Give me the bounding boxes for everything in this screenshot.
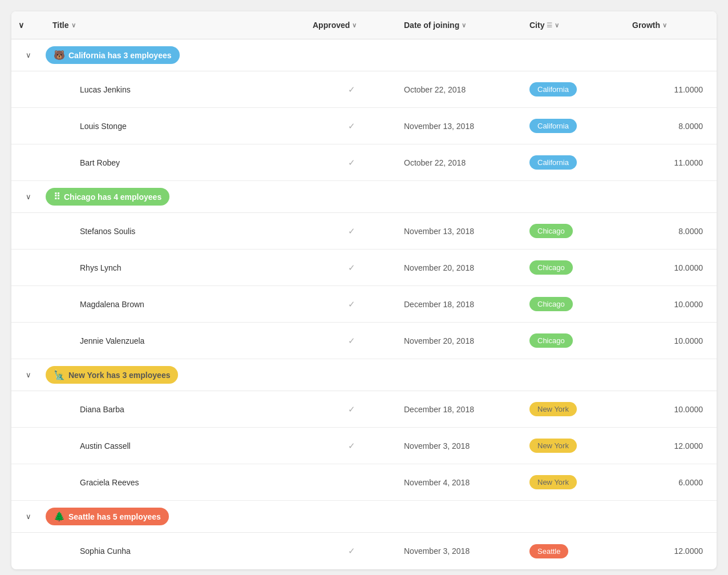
employee-approved: ✓ (306, 291, 397, 317)
group-row-california: ∨🐻California has 3 employees (11, 39, 717, 71)
employee-growth: 10.0000 (625, 292, 717, 317)
employee-approved: ✓ (306, 328, 397, 354)
date-sort-icon: ∨ (462, 22, 466, 29)
col-header-city[interactable]: City ☰ ∨ (523, 11, 625, 39)
employee-name: Graciela Reeves (46, 470, 306, 495)
group-row-newyork: ∨🗽New York has 3 employees (11, 359, 717, 391)
employee-name: Stefanos Soulis (46, 219, 306, 244)
city-sort-icon: ∨ (555, 22, 559, 29)
employee-name: Bart Robey (46, 150, 306, 175)
employee-city-badge: Chicago (529, 297, 573, 311)
employee-city-cell: New York (523, 431, 625, 461)
employee-name: Rhys Lynch (46, 255, 306, 280)
group-chevron-chicago[interactable]: ∨ (11, 192, 46, 201)
employees-table: ∨ Title ∨ Approved ∨ Date of joining ∨ C… (11, 11, 717, 569)
row-expand-cell (11, 223, 46, 239)
employee-city-cell: New York (523, 394, 625, 424)
employee-date: October 22, 2018 (397, 150, 523, 175)
col-header-title[interactable]: Title ∨ (46, 11, 306, 39)
employee-growth: 11.0000 (625, 150, 717, 175)
approved-sort-icon: ∨ (352, 22, 357, 29)
row-expand-cell (11, 401, 46, 417)
employee-name: Lucas Jenkins (46, 77, 306, 102)
col-header-date[interactable]: Date of joining ∨ (397, 11, 523, 39)
employee-row-2-0: Diana Barba✓December 18, 2018New York10.… (11, 391, 717, 428)
group-flag-chicago: ⠿ (54, 191, 60, 202)
employee-city-badge: Chicago (529, 333, 573, 348)
employee-city-badge: New York (529, 402, 577, 416)
employee-city-cell: Chicago (523, 289, 625, 319)
employee-name: Louis Stonge (46, 114, 306, 139)
employee-approved: ✓ (306, 77, 397, 103)
employee-name: Sophia Cunha (46, 538, 306, 564)
employee-city-badge: California (529, 82, 577, 96)
employee-approved: ✓ (306, 433, 397, 459)
employee-date: December 18, 2018 (397, 397, 523, 422)
group-label-newyork: New York has 3 employees (68, 371, 170, 380)
group-label-seattle: Seattle has 5 employees (68, 512, 161, 521)
employee-approved: ✓ (306, 255, 397, 281)
group-flag-newyork: 🗽 (54, 369, 65, 380)
col-header-growth[interactable]: Growth ∨ (625, 11, 717, 39)
employee-growth: 6.0000 (625, 470, 717, 495)
group-badge-seattle: 🌲Seattle has 5 employees (46, 508, 169, 525)
employee-growth: 11.0000 (625, 77, 717, 102)
row-expand-cell (11, 155, 46, 171)
employee-city-cell: New York (523, 467, 625, 497)
group-flag-seattle: 🌲 (54, 511, 65, 522)
employee-row-1-2: Magdalena Brown✓December 18, 2018Chicago… (11, 286, 717, 323)
employee-name: Austin Cassell (46, 433, 306, 459)
employee-growth: 8.0000 (625, 114, 717, 139)
employee-city-badge: California (529, 155, 577, 170)
employee-city-badge: Seattle (529, 544, 568, 558)
group-row-seattle: ∨🌲Seattle has 5 employees (11, 501, 717, 533)
group-chevron-california[interactable]: ∨ (11, 51, 46, 59)
row-expand-cell (11, 260, 46, 276)
employee-growth: 10.0000 (625, 255, 717, 280)
row-expand-cell (11, 333, 46, 349)
table-body: ∨🐻California has 3 employeesLucas Jenkin… (11, 39, 717, 569)
employee-approved: ✓ (306, 396, 397, 423)
row-expand-cell (11, 543, 46, 559)
table-header: ∨ Title ∨ Approved ∨ Date of joining ∨ C… (11, 11, 717, 39)
city-filter-icon: ☰ (547, 22, 552, 29)
col-header-approved[interactable]: Approved ∨ (306, 11, 397, 39)
employee-row-0-1: Louis Stonge✓November 13, 2018California… (11, 108, 717, 144)
employee-row-2-1: Austin Cassell✓November 3, 2018New York1… (11, 428, 717, 464)
group-label-chicago: Chicago has 4 employees (64, 192, 161, 202)
row-expand-cell (11, 438, 46, 454)
employee-city-cell: California (523, 111, 625, 141)
employee-row-1-1: Rhys Lynch✓November 20, 2018Chicago10.00… (11, 250, 717, 286)
employee-approved (306, 475, 397, 490)
employee-city-badge: California (529, 119, 577, 133)
group-chevron-newyork[interactable]: ∨ (11, 371, 46, 379)
row-expand-cell (11, 475, 46, 490)
group-badge-newyork: 🗽New York has 3 employees (46, 366, 178, 384)
employee-date: November 3, 2018 (397, 538, 523, 564)
group-label-california: California has 3 employees (68, 51, 172, 60)
employee-name: Magdalena Brown (46, 292, 306, 317)
row-expand-cell (11, 296, 46, 312)
employee-city-cell: California (523, 74, 625, 104)
employee-date: November 13, 2018 (397, 114, 523, 139)
col-header-expand[interactable]: ∨ (11, 11, 46, 39)
employee-city-badge: Chicago (529, 260, 573, 275)
employee-approved: ✓ (306, 218, 397, 244)
employee-growth: 10.0000 (625, 397, 717, 422)
title-sort-icon: ∨ (71, 22, 76, 29)
group-badge-california: 🐻California has 3 employees (46, 46, 180, 64)
employee-row-0-0: Lucas Jenkins✓October 22, 2018California… (11, 71, 717, 108)
employee-growth: 12.0000 (625, 538, 717, 564)
employee-date: November 4, 2018 (397, 470, 523, 495)
employee-city-cell: Chicago (523, 252, 625, 283)
employee-name: Diana Barba (46, 397, 306, 422)
row-expand-cell (11, 82, 46, 98)
employee-date: November 3, 2018 (397, 433, 523, 459)
employee-row-1-3: Jennie Valenzuela✓November 20, 2018Chica… (11, 323, 717, 359)
group-chevron-seattle[interactable]: ∨ (11, 512, 46, 521)
employee-row-1-0: Stefanos Soulis✓November 13, 2018Chicago… (11, 213, 717, 250)
employee-date: November 20, 2018 (397, 255, 523, 280)
employee-row-3-0: Sophia Cunha✓November 3, 2018Seattle12.0… (11, 533, 717, 569)
chevron-down-icon: ∨ (18, 21, 24, 30)
employee-date: December 18, 2018 (397, 292, 523, 317)
